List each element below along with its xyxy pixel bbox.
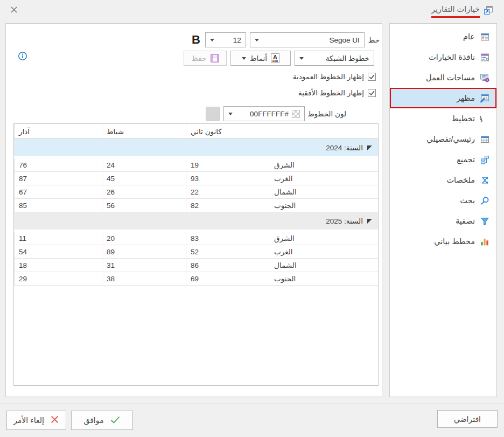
workspaces-icon <box>480 73 489 82</box>
row-label-cell: الشرق <box>270 158 378 171</box>
table-row[interactable]: الشمال 22 26 67 <box>14 185 378 199</box>
report-options-icon <box>484 5 493 17</box>
font-styles-icon: A <box>271 53 279 63</box>
ok-button[interactable]: موافق <box>71 411 133 430</box>
info-icon <box>18 54 27 63</box>
chevron-down-icon <box>210 39 214 41</box>
column-header-rowlabels[interactable] <box>270 124 378 138</box>
bar-chart-icon <box>480 237 489 246</box>
sidebar-item-chart[interactable]: مخطط بياني <box>390 231 496 252</box>
value-cell: 52 <box>186 245 270 258</box>
sidebar-item-label: عام <box>463 32 475 41</box>
dialog-title: خيارات التقارير <box>431 5 493 18</box>
sidebar-item-appearance[interactable]: مظهر <box>390 88 496 108</box>
value-cell: 85 <box>14 199 102 212</box>
info-button[interactable] <box>18 51 27 63</box>
sidebar-item-options-window[interactable]: نافذة الخيارات <box>390 47 496 67</box>
bold-toggle-button[interactable]: B <box>191 34 201 46</box>
general-icon <box>480 32 489 41</box>
value-cell: 19 <box>186 158 270 171</box>
grouping-icon <box>480 155 489 164</box>
checkbox-checked-icon <box>368 73 376 81</box>
filter-icon <box>480 216 489 226</box>
column-header-march[interactable]: آذار <box>14 124 102 138</box>
sidebar-item-workspaces[interactable]: مساحات العمل <box>390 67 496 88</box>
value-cell: 31 <box>102 259 186 272</box>
sidebar-item-layout[interactable]: A تخطيط <box>390 108 496 129</box>
column-header-february[interactable]: شباط <box>102 124 186 138</box>
cancel-button[interactable]: إلغاء الأمر <box>6 411 66 430</box>
table-row[interactable]: الشرق 83 20 11 <box>14 232 378 245</box>
line-color-row: لون الخطوط 00FFFFFF# <box>206 106 346 121</box>
table-row[interactable]: الجنوب 82 56 85 <box>14 199 378 212</box>
font-label: خط <box>368 36 380 44</box>
line-color-combobox[interactable]: 00FFFFFF# <box>223 106 305 121</box>
value-cell: 56 <box>102 199 186 212</box>
sidebar-item-master-detail[interactable]: رئيسي/تفصيلي <box>390 129 496 149</box>
checkbox-checked-icon <box>368 89 376 97</box>
sidebar-item-label: تصفية <box>456 217 475 225</box>
table-row[interactable]: الجنوب 69 38 29 <box>14 272 378 286</box>
report-options-dialog: { "titlebar": { "title": "خيارات التقاري… <box>0 0 504 437</box>
sidebar-item-search[interactable]: بحث <box>390 190 496 211</box>
sidebar-item-summaries[interactable]: ملخصات <box>390 170 496 190</box>
save-button-label: حفظ <box>192 54 207 63</box>
group-row-2025[interactable]: السنة: 2025 <box>14 212 378 232</box>
column-header-january[interactable]: كانون ثاني <box>186 124 270 138</box>
table-row[interactable]: الشرق 19 24 76 <box>14 158 378 172</box>
row-label-cell: الشرق <box>270 232 378 245</box>
transparency-checker-swatch <box>292 110 300 118</box>
gridlines-combobox[interactable]: خطوط الشبكة <box>295 51 374 66</box>
layout-icon: A <box>480 114 489 123</box>
default-button-label: افتراضي <box>454 415 481 424</box>
chevron-down-icon <box>255 39 259 41</box>
sidebar-item-label: ملخصات <box>446 176 475 184</box>
category-sidebar: عام نافذة الخيارات مساحات العمل <box>389 23 497 397</box>
font-size-value: 12 <box>218 36 241 44</box>
value-cell: 86 <box>186 259 270 272</box>
x-close-icon <box>10 5 18 16</box>
cancel-x-icon <box>50 415 59 426</box>
value-cell: 89 <box>102 245 186 258</box>
checkbox-label: إظهار الخطوط الأفقية <box>298 88 364 97</box>
value-cell: 93 <box>186 172 270 185</box>
sidebar-item-general[interactable]: عام <box>390 26 496 47</box>
table-row[interactable]: الغرب 52 89 54 <box>14 245 378 259</box>
show-vertical-lines-checkbox[interactable]: إظهار الخطوط العمودية <box>293 72 376 81</box>
sidebar-item-label: رئيسي/تفصيلي <box>426 135 475 143</box>
group-expanded-icon <box>367 145 372 150</box>
preview-data-grid: كانون ثاني شباط آذار السنة: 2024 الشرق 1… <box>13 123 379 386</box>
close-button[interactable] <box>9 5 19 16</box>
table-row[interactable]: الشمال 86 31 18 <box>14 259 378 272</box>
font-family-combobox[interactable]: Segoe UI <box>250 32 365 47</box>
value-cell: 29 <box>14 272 102 285</box>
search-icon <box>480 196 489 205</box>
line-color-label: لون الخطوط <box>307 109 346 118</box>
options-window-icon <box>480 52 489 62</box>
value-cell: 54 <box>14 245 102 258</box>
value-cell: 20 <box>102 232 186 245</box>
show-horizontal-lines-checkbox[interactable]: إظهار الخطوط الأفقية <box>298 88 376 97</box>
styles-dropdown-button[interactable]: A أنماط <box>230 51 291 66</box>
chevron-down-icon <box>299 57 304 60</box>
sidebar-item-label: مظهر <box>457 94 475 102</box>
save-button[interactable]: حفظ <box>184 51 227 66</box>
save-floppy-icon <box>211 54 219 63</box>
group-row-2024[interactable]: السنة: 2024 <box>14 139 378 158</box>
sidebar-item-filter[interactable]: تصفية <box>390 211 496 231</box>
sidebar-item-label: تجميع <box>457 155 475 164</box>
styles-button-label: أنماط <box>250 54 267 63</box>
line-color-preview-swatch <box>206 107 220 121</box>
font-size-combobox[interactable]: 12 <box>205 32 246 47</box>
value-cell: 87 <box>14 172 102 185</box>
row-label-cell: الشمال <box>270 259 378 272</box>
value-cell: 67 <box>14 185 102 198</box>
gridlines-value: خطوط الشبكة <box>307 54 369 63</box>
sidebar-item-grouping[interactable]: تجميع <box>390 149 496 170</box>
value-cell: 11 <box>14 232 102 245</box>
table-row[interactable]: الغرب 93 45 87 <box>14 172 378 185</box>
value-cell: 26 <box>102 185 186 198</box>
default-button[interactable]: افتراضي <box>437 410 498 428</box>
row-label-cell: الجنوب <box>270 199 378 212</box>
appearance-icon <box>480 93 489 103</box>
